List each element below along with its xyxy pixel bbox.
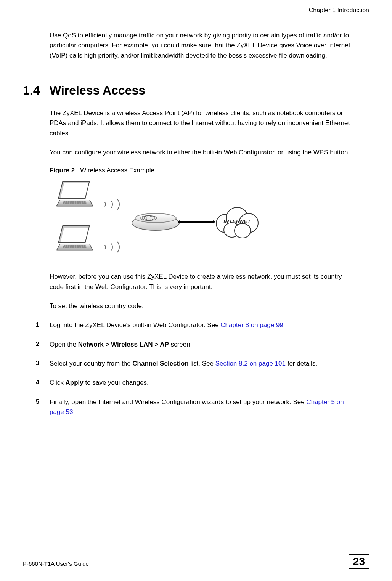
section-title: Wireless Access bbox=[50, 83, 145, 97]
chapter-label: Chapter 1 Introduction bbox=[309, 7, 369, 13]
country-code-note: However, before you can use this ZyXEL D… bbox=[50, 272, 354, 292]
qos-intro-paragraph: Use QoS to efficiently manage traffic on… bbox=[50, 30, 354, 61]
ui-label: Channel Selection bbox=[132, 360, 188, 367]
step-number: 5 bbox=[36, 397, 50, 417]
step-list: 1 Log into the ZyXEL Device's built-in W… bbox=[50, 320, 354, 417]
figure-caption: Figure 2 Wireless Access Example bbox=[50, 167, 369, 174]
page-content: Use QoS to efficiently manage traffic on… bbox=[23, 15, 369, 417]
page-number: 23 bbox=[349, 554, 369, 569]
step-number: 4 bbox=[36, 378, 50, 388]
step-item: 3 Select your country from the Channel S… bbox=[50, 359, 354, 369]
step-number: 1 bbox=[36, 320, 50, 330]
cloud-label: INTERNET bbox=[213, 218, 262, 224]
wireless-para-1: The ZyXEL Device is a wireless Access Po… bbox=[50, 108, 354, 138]
step-text: Finally, open the Internet and Wireless … bbox=[50, 397, 354, 417]
step-number: 3 bbox=[36, 359, 50, 369]
internet-cloud-icon: INTERNET bbox=[213, 205, 262, 238]
cross-ref-link[interactable]: Section 8.2 on page 101 bbox=[215, 360, 286, 367]
wireless-para-2: You can configure your wireless network … bbox=[50, 148, 354, 157]
step-item: 2 Open the Network > Wireless LAN > AP s… bbox=[50, 340, 354, 350]
menu-path: Network > Wireless LAN > AP bbox=[78, 341, 169, 348]
router-icon bbox=[132, 213, 180, 232]
cable-icon bbox=[179, 221, 214, 223]
step-item: 4 Click Apply to save your changes. bbox=[50, 378, 354, 388]
step-item: 5 Finally, open the Internet and Wireles… bbox=[50, 397, 354, 417]
wireless-access-figure: INTERNET bbox=[50, 178, 263, 260]
step-item: 1 Log into the ZyXEL Device's built-in W… bbox=[50, 320, 354, 330]
section-heading: 1.4Wireless Access bbox=[23, 83, 369, 98]
step-text: Select your country from the Channel Sel… bbox=[50, 359, 354, 369]
section-number: 1.4 bbox=[23, 83, 50, 98]
step-text: Click Apply to save your changes. bbox=[50, 378, 354, 388]
figure-label: Figure 2 bbox=[50, 167, 75, 174]
guide-title: P-660N-T1A User's Guide bbox=[23, 560, 89, 567]
cross-ref-link[interactable]: Chapter 8 on page 99 bbox=[220, 321, 283, 329]
page-header: Chapter 1 Introduction bbox=[23, 7, 369, 15]
figure-title: Wireless Access Example bbox=[80, 167, 154, 174]
page-footer: P-660N-T1A User's Guide 23 bbox=[23, 554, 369, 570]
step-text: Open the Network > Wireless LAN > AP scr… bbox=[50, 340, 354, 350]
steps-intro: To set the wireless country code: bbox=[50, 301, 354, 311]
laptop-icon bbox=[56, 225, 95, 253]
step-number: 2 bbox=[36, 340, 50, 350]
ui-label: Apply bbox=[66, 379, 84, 386]
laptop-icon bbox=[56, 180, 95, 209]
step-text: Log into the ZyXEL Device's built-in Web… bbox=[50, 320, 354, 330]
